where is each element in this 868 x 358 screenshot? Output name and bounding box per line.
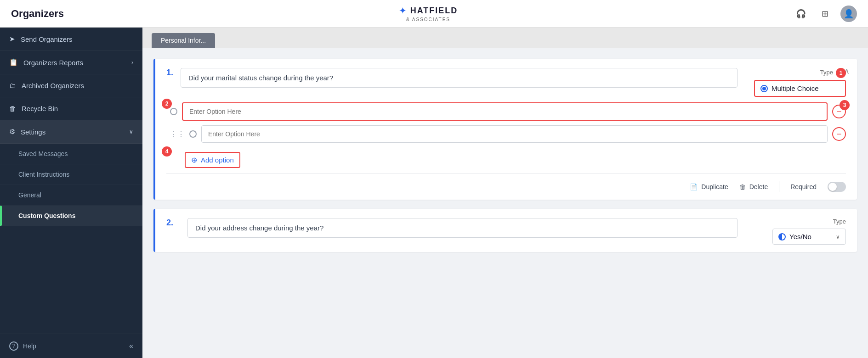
sidebar-label: Send Organizers xyxy=(21,35,73,43)
option-radio-2[interactable] xyxy=(189,130,197,138)
question-card-1: ∧ 1. Type 1 Multiple Ch xyxy=(153,59,857,200)
badge-3: 3 xyxy=(840,100,850,110)
badge-2: 2 xyxy=(162,99,172,109)
sidebar-item-settings[interactable]: ⚙ Settings ∨ xyxy=(0,120,142,144)
logo: ✦ HATFIELD & ASSOCIATES xyxy=(399,5,458,22)
avatar[interactable]: 👤 xyxy=(840,6,857,22)
logo-sub: & ASSOCIATES xyxy=(406,17,450,22)
sidebar-label: Organizers Reports xyxy=(23,59,83,67)
option-row-1: 2 3 − xyxy=(166,102,846,121)
send-icon: ➤ xyxy=(9,35,15,43)
headphone-icon[interactable]: 🎧 xyxy=(793,6,809,22)
logo-name: HATFIELD xyxy=(410,6,458,16)
footer-divider xyxy=(779,181,779,192)
type-value: Multiple Choice xyxy=(772,84,819,92)
duplicate-label: Duplicate xyxy=(701,183,728,190)
duplicate-button[interactable]: 📄 Duplicate xyxy=(690,183,728,190)
sidebar-label: Settings xyxy=(21,128,45,136)
sidebar-sub-item-custom-questions[interactable]: Custom Questions xyxy=(0,206,142,226)
badge-1: 1 xyxy=(836,68,846,78)
radio-half-icon xyxy=(778,233,786,241)
radio-icon xyxy=(760,85,768,92)
required-label: Required xyxy=(790,183,817,190)
add-option-button[interactable]: ⊕ Add option xyxy=(185,152,240,168)
sub-item-label: Saved Messages xyxy=(18,150,68,157)
option-input-1[interactable] xyxy=(182,102,828,121)
help-label: Help xyxy=(23,342,36,350)
question-card-2: 2. Type Yes/No ∨ xyxy=(153,209,857,252)
sidebar-sub-item-client-instructions[interactable]: Client Instructions xyxy=(0,164,142,185)
drag-handle-icon[interactable]: ⋮⋮ xyxy=(170,130,185,139)
question-text-input-1[interactable] xyxy=(181,68,738,88)
app-title: Organizers xyxy=(11,8,64,20)
help-button[interactable]: ? Help xyxy=(9,341,36,351)
question-number-1: 1. xyxy=(166,68,173,78)
sub-item-label: Client Instructions xyxy=(18,171,69,178)
logo-icon: ✦ xyxy=(399,5,407,16)
sidebar-sub-item-saved-messages[interactable]: Saved Messages xyxy=(0,144,142,164)
question-header-1: 1. Type 1 Multiple Choice xyxy=(166,68,846,97)
sidebar-item-recycle-bin[interactable]: 🗑 Recycle Bin xyxy=(0,97,142,120)
badge-4: 4 xyxy=(162,146,172,157)
sidebar-label: Archived Organizers xyxy=(22,82,84,90)
chevron-down-icon: ∨ xyxy=(836,234,840,240)
archive-icon: 🗂 xyxy=(9,82,16,90)
question-number-2: 2. xyxy=(166,218,180,228)
question-header-2: 2. Type Yes/No ∨ xyxy=(166,218,846,245)
type-label-1: Type xyxy=(820,69,833,76)
sidebar: ➤ Send Organizers 📋 Organizers Reports ›… xyxy=(0,28,142,358)
question-type-section-1: Type 1 Multiple Choice xyxy=(745,68,846,97)
top-nav-actions: 🎧 ⊞ 👤 xyxy=(793,6,857,22)
card-footer-1: 📄 Duplicate 🗑 Delete Required xyxy=(166,173,846,192)
main-content: Personal Infor... ∧ 1. Type 1 xyxy=(142,28,868,358)
reports-icon: 📋 xyxy=(9,58,18,67)
delete-icon: 🗑 xyxy=(739,183,746,190)
sub-item-label: Custom Questions xyxy=(18,212,75,219)
option-radio-1[interactable] xyxy=(170,108,177,115)
type-value-2: Yes/No xyxy=(789,233,811,241)
type-select-multiple-choice[interactable]: Multiple Choice xyxy=(754,80,846,97)
sidebar-item-organizers-reports[interactable]: 📋 Organizers Reports › xyxy=(0,51,142,74)
sidebar-sub-item-general[interactable]: General xyxy=(0,185,142,206)
recycle-icon: 🗑 xyxy=(9,105,16,112)
chevron-down-icon: ∨ xyxy=(129,129,133,135)
type-label-2: Type xyxy=(833,218,846,225)
sidebar-item-archived-organizers[interactable]: 🗂 Archived Organizers xyxy=(0,74,142,97)
type-select-yes-no[interactable]: Yes/No ∨ xyxy=(772,229,846,245)
sidebar-label: Recycle Bin xyxy=(22,105,58,112)
remove-option-button-2[interactable]: − xyxy=(832,127,846,141)
plus-circle-icon: ⊕ xyxy=(191,156,197,164)
tabs-bar: Personal Infor... xyxy=(142,28,868,48)
chevron-right-icon: › xyxy=(131,59,133,66)
sidebar-footer: ? Help « xyxy=(0,334,142,358)
sub-item-label: General xyxy=(18,191,41,199)
question-type-section-2: Type Yes/No ∨ xyxy=(745,218,846,245)
option-input-2[interactable] xyxy=(201,125,828,143)
collapse-sidebar-icon[interactable]: « xyxy=(129,342,133,350)
settings-icon: ⚙ xyxy=(9,128,15,136)
tab-personal-info[interactable]: Personal Infor... xyxy=(152,33,215,48)
help-icon: ? xyxy=(9,341,18,351)
grid-icon[interactable]: ⊞ xyxy=(817,6,833,22)
add-option-label: Add option xyxy=(201,156,234,164)
required-toggle[interactable] xyxy=(828,182,846,192)
delete-button[interactable]: 🗑 Delete xyxy=(739,183,768,190)
sidebar-item-send-organizers[interactable]: ➤ Send Organizers xyxy=(0,28,142,51)
option-row-2: ⋮⋮ − xyxy=(166,125,846,143)
delete-label: Delete xyxy=(749,183,768,190)
question-text-input-2[interactable] xyxy=(187,218,738,238)
options-list-1: 2 3 − ⋮⋮ − xyxy=(166,102,846,143)
duplicate-icon: 📄 xyxy=(690,183,698,190)
